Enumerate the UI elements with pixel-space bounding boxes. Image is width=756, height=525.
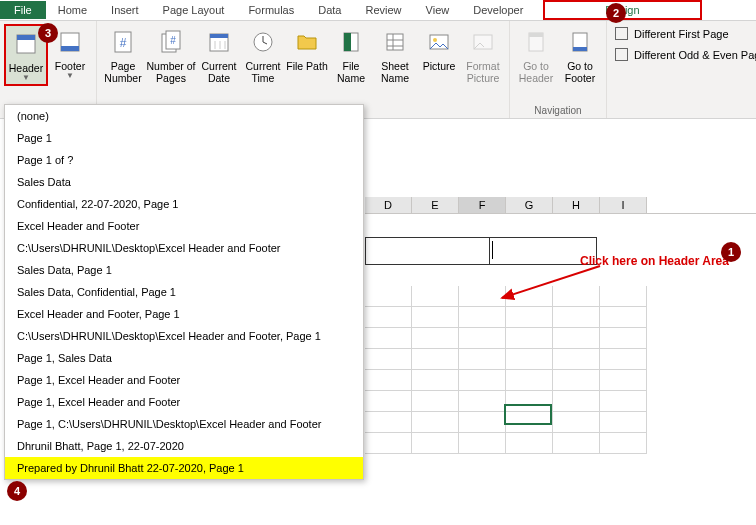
tab-view[interactable]: View: [414, 1, 462, 19]
goto-header-icon: [523, 29, 549, 55]
dropdown-item[interactable]: C:\Users\DHRUNIL\Desktop\Excel Header an…: [5, 325, 363, 347]
tab-developer[interactable]: Developer: [461, 1, 535, 19]
dropdown-item[interactable]: C:\Users\DHRUNIL\Desktop\Excel Header an…: [5, 237, 363, 259]
checkbox-icon[interactable]: [615, 27, 628, 40]
svg-text:#: #: [170, 35, 176, 46]
file-path-button[interactable]: File Path: [285, 24, 329, 86]
dropdown-item[interactable]: Sales Data, Confidential, Page 1: [5, 281, 363, 303]
svg-rect-19: [387, 34, 403, 50]
worksheet[interactable]: D E F G H I: [365, 175, 756, 525]
dropdown-item[interactable]: Sales Data, Page 1: [5, 259, 363, 281]
clock-icon: [250, 29, 276, 55]
dropdown-item[interactable]: Page 1, Sales Data: [5, 347, 363, 369]
format-picture-label: Format Picture: [461, 60, 505, 84]
format-picture-icon: [470, 29, 496, 55]
svg-rect-3: [61, 46, 79, 51]
col-head-selected[interactable]: F: [459, 197, 506, 213]
option-different-first-page[interactable]: Different First Page: [615, 27, 756, 40]
picture-label: Picture: [423, 60, 456, 72]
svg-rect-29: [573, 47, 587, 51]
svg-rect-18: [344, 33, 351, 51]
current-time-button[interactable]: Current Time: [241, 24, 285, 86]
col-head[interactable]: G: [506, 197, 553, 213]
dropdown-item[interactable]: Page 1, Excel Header and Footer: [5, 391, 363, 413]
annotation-badge-2: 2: [606, 3, 626, 23]
tab-insert[interactable]: Insert: [99, 1, 151, 19]
col-head[interactable]: H: [553, 197, 600, 213]
svg-point-24: [433, 38, 437, 42]
dropdown-item-highlighted[interactable]: Prepared by Dhrunil Bhatt 22-07-2020, Pa…: [5, 457, 363, 479]
checkbox-icon[interactable]: [615, 48, 628, 61]
current-time-label: Current Time: [241, 60, 285, 84]
dropdown-caret-icon: ▼: [22, 73, 30, 82]
annotation-arrow-icon: [490, 258, 610, 318]
dropdown-item[interactable]: Page 1 of ?: [5, 149, 363, 171]
tab-review[interactable]: Review: [353, 1, 413, 19]
svg-rect-27: [529, 33, 543, 37]
picture-icon: [426, 29, 452, 55]
sheet-icon: [382, 29, 408, 55]
dropdown-item[interactable]: Excel Header and Footer: [5, 215, 363, 237]
file-name-label: File Name: [329, 60, 373, 84]
column-headers: D E F G H I: [365, 197, 756, 214]
sheet-name-label: Sheet Name: [373, 60, 417, 84]
svg-rect-10: [210, 34, 228, 38]
current-date-button[interactable]: Current Date: [197, 24, 241, 86]
calendar-icon: [206, 29, 232, 55]
option-different-odd-even[interactable]: Different Odd & Even Pag: [615, 48, 756, 61]
dropdown-item[interactable]: Page 1: [5, 127, 363, 149]
picture-button[interactable]: Picture: [417, 24, 461, 86]
header-icon: [13, 31, 39, 57]
goto-header-button: Go to Header: [514, 24, 558, 86]
number-of-pages-icon: #: [158, 29, 184, 55]
current-date-label: Current Date: [197, 60, 241, 84]
header-dropdown: (none) Page 1 Page 1 of ? Sales Data Con…: [4, 104, 364, 480]
excel-file-icon: [338, 29, 364, 55]
page-number-icon: #: [110, 29, 136, 55]
text-cursor: [492, 241, 493, 259]
dropdown-item[interactable]: Page 1, Excel Header and Footer: [5, 369, 363, 391]
svg-text:#: #: [120, 36, 127, 50]
col-head[interactable]: E: [412, 197, 459, 213]
group-options: Different First Page Different Odd & Eve…: [607, 21, 756, 118]
page-number-label: Page Number: [101, 60, 145, 84]
header-section-center[interactable]: [365, 237, 490, 265]
footer-icon: [57, 29, 83, 55]
tab-home[interactable]: Home: [46, 1, 99, 19]
tab-file[interactable]: File: [0, 1, 46, 19]
dropdown-item[interactable]: Confidential, 22-07-2020, Page 1: [5, 193, 363, 215]
goto-footer-icon: [567, 29, 593, 55]
tab-strip: File Home Insert Page Layout Formulas Da…: [0, 0, 756, 21]
annotation-badge-4: 4: [7, 481, 27, 501]
dropdown-item[interactable]: Excel Header and Footer, Page 1: [5, 303, 363, 325]
svg-line-30: [502, 266, 600, 298]
goto-header-label: Go to Header: [514, 60, 558, 84]
col-head[interactable]: D: [365, 197, 412, 213]
number-of-pages-label: Number of Pages: [145, 60, 197, 84]
tab-page-layout[interactable]: Page Layout: [151, 1, 237, 19]
option-diff-first-label: Different First Page: [634, 28, 729, 40]
dropdown-item[interactable]: Page 1, C:\Users\DHRUNIL\Desktop\Excel H…: [5, 413, 363, 435]
folder-icon: [294, 29, 320, 55]
format-picture-button: Format Picture: [461, 24, 505, 86]
file-name-button[interactable]: File Name: [329, 24, 373, 86]
goto-footer-label: Go to Footer: [558, 60, 602, 84]
group-navigation: Go to Header Go to Footer Navigation: [510, 21, 607, 118]
group-nav-title: Navigation: [534, 105, 581, 116]
goto-footer-button[interactable]: Go to Footer: [558, 24, 602, 86]
dropdown-item[interactable]: Sales Data: [5, 171, 363, 193]
svg-rect-1: [17, 35, 35, 40]
page-number-button[interactable]: #Page Number: [101, 24, 145, 86]
number-of-pages-button[interactable]: #Number of Pages: [145, 24, 197, 86]
selected-cell[interactable]: [504, 404, 552, 425]
file-path-label: File Path: [286, 60, 327, 72]
option-diff-oddeven-label: Different Odd & Even Pag: [634, 49, 756, 61]
annotation-badge-1: 1: [721, 242, 741, 262]
tab-formulas[interactable]: Formulas: [236, 1, 306, 19]
sheet-name-button[interactable]: Sheet Name: [373, 24, 417, 86]
annotation-badge-3: 3: [38, 23, 58, 43]
col-head[interactable]: I: [600, 197, 647, 213]
tab-data[interactable]: Data: [306, 1, 353, 19]
dropdown-item[interactable]: (none): [5, 105, 363, 127]
dropdown-item[interactable]: Dhrunil Bhatt, Page 1, 22-07-2020: [5, 435, 363, 457]
